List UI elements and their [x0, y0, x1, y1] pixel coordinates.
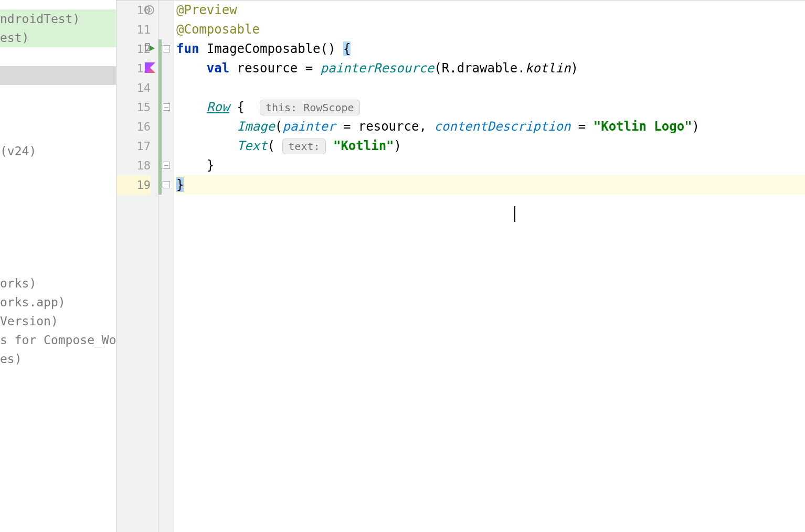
code-line[interactable]: @Preview	[174, 1, 805, 20]
text-caret	[514, 206, 515, 222]
code-line[interactable]: Image(painter = resource, contentDescrip…	[174, 117, 805, 136]
tree-item[interactable]	[0, 104, 116, 123]
code-area[interactable]: @Preview@Composablefun ImageComposable()…	[174, 1, 805, 532]
svg-marker-2	[145, 62, 155, 73]
tree-item[interactable]	[0, 85, 116, 104]
code-line[interactable]: }	[174, 175, 805, 195]
line-number[interactable]: 17	[116, 136, 151, 156]
gutter-settings-icon[interactable]	[145, 4, 154, 17]
fold-toggle-icon[interactable]	[163, 162, 170, 169]
gutter-kotlin-icon[interactable]	[145, 62, 155, 73]
tree-item[interactable]: orks.app)	[0, 293, 116, 312]
code-line[interactable]: Row { this: RowScope	[174, 98, 805, 117]
code-line[interactable]: val resource = painterResource(R.drawabl…	[174, 59, 805, 78]
line-number[interactable]: 11	[116, 20, 151, 39]
tree-item[interactable]	[0, 179, 116, 198]
gutter-lines: 10111213141516171819	[116, 1, 151, 195]
editor: 10111213141516171819 @Preview@Composable…	[116, 0, 805, 532]
fold-toggle-icon[interactable]	[163, 45, 170, 52]
line-number[interactable]: 16	[116, 117, 151, 136]
svg-rect-0	[145, 44, 150, 51]
tree-item[interactable]: est)	[0, 28, 116, 47]
line-number[interactable]: 19	[116, 175, 151, 195]
code-line[interactable]: @Composable	[174, 20, 805, 39]
tree-item[interactable]	[0, 255, 116, 274]
line-number[interactable]: 18	[116, 156, 151, 175]
code-line[interactable]: fun ImageComposable() {	[174, 39, 805, 59]
code-line[interactable]	[174, 78, 805, 98]
vcs-change-bar	[158, 39, 162, 195]
fold-toggle-icon[interactable]	[163, 181, 170, 188]
line-number[interactable]: 14	[116, 78, 151, 98]
tree-item[interactable]	[0, 66, 116, 85]
tree-item[interactable]: ndroidTest)	[0, 9, 116, 28]
fold-toggle-icon[interactable]	[163, 103, 170, 111]
line-number[interactable]: 15	[116, 98, 151, 117]
run-preview-icon[interactable]	[145, 43, 155, 54]
tree-item[interactable]	[0, 217, 116, 236]
tree-item[interactable]: (v24)	[0, 142, 116, 161]
code-line[interactable]: Text( text: "Kotlin")	[174, 136, 805, 156]
tree-item[interactable]: Version)	[0, 312, 116, 331]
gutter-run-icon[interactable]	[145, 43, 155, 54]
tree-item[interactable]	[0, 47, 116, 66]
svg-marker-1	[150, 46, 155, 51]
tree-item[interactable]: s for Compose_Wor	[0, 331, 116, 349]
gear-icon[interactable]	[145, 5, 154, 15]
tree-item[interactable]	[0, 161, 116, 179]
kotlin-file-icon	[145, 62, 155, 73]
code-line[interactable]: }	[174, 156, 805, 175]
code-lines: @Preview@Composablefun ImageComposable()…	[174, 1, 805, 195]
tree-item[interactable]	[0, 236, 116, 255]
project-tree-panel[interactable]: ndroidTest)est) (v24) orks)orks.app) Ver…	[0, 0, 116, 532]
tree-item[interactable]: orks)	[0, 274, 116, 293]
tree-item[interactable]: es)	[0, 349, 116, 368]
tree-items: ndroidTest)est) (v24) orks)orks.app) Ver…	[0, 9, 116, 368]
gutter[interactable]: 10111213141516171819	[116, 1, 158, 532]
tree-item[interactable]	[0, 123, 116, 142]
fold-column[interactable]	[158, 1, 174, 532]
tree-item[interactable]	[0, 198, 116, 217]
